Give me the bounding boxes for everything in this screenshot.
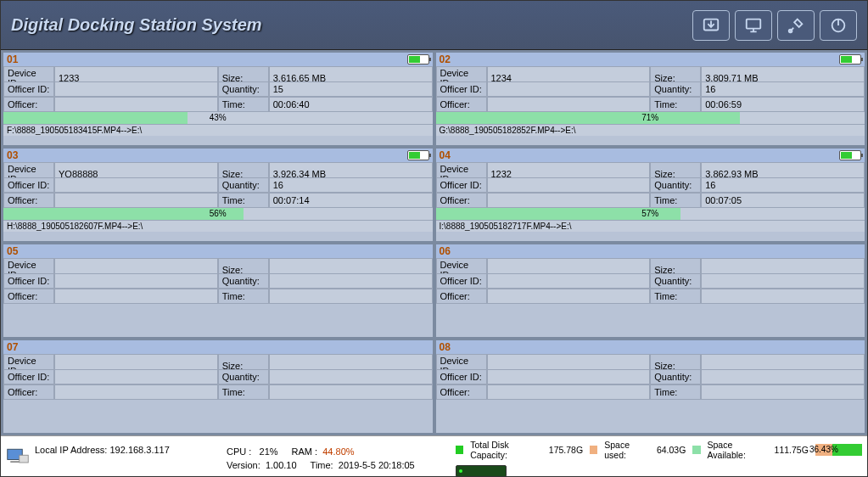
download-icon bbox=[702, 16, 720, 35]
slot-number: 04 bbox=[440, 149, 451, 161]
cpu-value: 21% bbox=[260, 446, 278, 457]
ip-value: 192.168.3.117 bbox=[109, 445, 169, 455]
ram-label: RAM : bbox=[292, 446, 318, 457]
device-slot-08[interactable]: 08 Device ID: Size: Officer ID: Quantity… bbox=[435, 340, 866, 434]
app-window: Digital Docking Station System 01 Device… bbox=[0, 0, 868, 477]
battery-icon bbox=[839, 54, 861, 65]
device-slot-01[interactable]: 01 Device ID:1233 Size:3,616.65 MB Offic… bbox=[3, 52, 434, 146]
device-slot-06[interactable]: 06 Device ID: Size: Officer ID: Quantity… bbox=[435, 244, 866, 338]
officer-id-value bbox=[54, 273, 218, 289]
slot-number: 06 bbox=[440, 245, 451, 257]
quantity-value bbox=[701, 369, 865, 384]
transfer-progress: 43% bbox=[3, 112, 433, 124]
time-value bbox=[701, 384, 865, 400]
slot-header: 05 bbox=[3, 244, 433, 258]
device-slot-07[interactable]: 07 Device ID: Size: Officer ID: Quantity… bbox=[3, 340, 434, 434]
officer-value bbox=[54, 97, 218, 112]
officer-value bbox=[487, 97, 651, 112]
slot-header: 08 bbox=[436, 340, 865, 354]
battery-icon bbox=[839, 150, 861, 160]
slot-body: Device ID: Size: Officer ID: Quantity: O… bbox=[436, 354, 865, 433]
officer-value bbox=[54, 384, 218, 400]
time-value: 00:07:14 bbox=[269, 193, 433, 208]
slot-number: 02 bbox=[440, 53, 451, 65]
time-label: Time: bbox=[218, 384, 269, 400]
officer-id-label: Officer ID: bbox=[3, 273, 54, 289]
progress-text: 57% bbox=[641, 208, 658, 220]
officer-label: Officer: bbox=[3, 289, 54, 304]
power-button[interactable] bbox=[820, 10, 857, 41]
disk-total-value: 175.78G bbox=[549, 445, 583, 455]
officer-id-value bbox=[54, 177, 218, 193]
transfer-progress: 71% bbox=[436, 112, 865, 124]
officer-label: Officer: bbox=[436, 193, 487, 208]
slot-number: 05 bbox=[7, 245, 18, 257]
officer-label: Officer: bbox=[3, 97, 54, 112]
progress-text: 71% bbox=[641, 112, 658, 124]
device-slot-05[interactable]: 05 Device ID: Size: Officer ID: Quantity… bbox=[3, 244, 434, 338]
title-bar: Digital Docking Station System bbox=[1, 1, 867, 50]
current-file: F:\8888_190505183415F.MP4-->E:\ bbox=[3, 124, 433, 136]
officer-id-value bbox=[487, 177, 651, 193]
quantity-value bbox=[269, 273, 433, 289]
disk-total-label: Total Disk Capacity: bbox=[470, 440, 542, 460]
battery-icon bbox=[407, 54, 429, 65]
quantity-label: Quantity: bbox=[218, 369, 269, 384]
version-label: Version: bbox=[227, 460, 260, 470]
computer-icon bbox=[6, 445, 30, 469]
officer-id-label: Officer ID: bbox=[3, 177, 54, 193]
monitor-button[interactable] bbox=[735, 10, 772, 41]
disk-summary: Total Disk Capacity: 175.78G Space used:… bbox=[456, 440, 862, 460]
device-slot-03[interactable]: 03 Device ID:YQ88888 Size:3,926.34 MB Of… bbox=[3, 148, 434, 242]
slot-body: Device ID:YQ88888 Size:3,926.34 MB Offic… bbox=[3, 162, 433, 241]
settings-button[interactable] bbox=[777, 10, 815, 41]
cpu-label: CPU : bbox=[227, 446, 251, 457]
quantity-label: Quantity: bbox=[650, 369, 701, 384]
slot-body: Device ID: Size: Officer ID: Quantity: O… bbox=[3, 258, 433, 337]
svg-rect-5 bbox=[10, 461, 20, 463]
time-label: Time: bbox=[650, 193, 701, 208]
version-value: 1.00.10 bbox=[266, 460, 297, 470]
officer-value bbox=[54, 289, 218, 304]
quantity-label: Quantity: bbox=[218, 273, 269, 289]
officer-value bbox=[487, 289, 651, 304]
download-button[interactable] bbox=[692, 10, 730, 41]
time-value: 00:06:40 bbox=[269, 97, 433, 112]
progress-text: 56% bbox=[210, 208, 227, 220]
officer-value bbox=[487, 384, 651, 400]
slot-number: 03 bbox=[7, 149, 18, 161]
officer-id-value bbox=[487, 369, 651, 384]
officer-id-label: Officer ID: bbox=[436, 177, 487, 193]
svg-rect-1 bbox=[747, 19, 761, 28]
slot-header: 04 bbox=[436, 149, 865, 162]
officer-id-label: Officer ID: bbox=[3, 81, 54, 97]
activity-led-icon bbox=[456, 465, 507, 477]
officer-id-value bbox=[54, 369, 218, 384]
quantity-value: 16 bbox=[701, 177, 865, 193]
ip-label: Local IP Address: bbox=[35, 445, 107, 455]
time-value: 2019-5-5 20:18:05 bbox=[339, 460, 415, 470]
time-label: Time: bbox=[650, 97, 701, 112]
transfer-progress: 56% bbox=[3, 208, 433, 220]
disk-usage-bar: 36.43% bbox=[815, 444, 862, 456]
quantity-label: Quantity: bbox=[218, 81, 269, 97]
slot-body: Device ID: Size: Officer ID: Quantity: O… bbox=[3, 354, 433, 433]
time-value bbox=[269, 384, 433, 400]
device-slot-04[interactable]: 04 Device ID:1232 Size:3,862.93 MB Offic… bbox=[435, 148, 866, 242]
slot-header: 07 bbox=[3, 340, 433, 354]
disk-pct: 36.43% bbox=[809, 445, 838, 454]
officer-id-label: Officer ID: bbox=[3, 369, 54, 384]
officer-value bbox=[54, 193, 218, 208]
officer-id-label: Officer ID: bbox=[436, 369, 487, 384]
current-file: I:\8888_190505182717F.MP4-->E:\ bbox=[436, 220, 865, 232]
tools-icon bbox=[787, 16, 805, 35]
time-value: 00:07:05 bbox=[701, 193, 865, 208]
app-title: Digital Docking Station System bbox=[11, 15, 262, 35]
slot-body: Device ID:1234 Size:3,809.71 MB Officer … bbox=[436, 66, 865, 145]
disk-used-value: 64.03G bbox=[657, 445, 686, 455]
slot-body: Device ID: Size: Officer ID: Quantity: O… bbox=[436, 258, 865, 337]
device-slot-02[interactable]: 02 Device ID:1234 Size:3,809.71 MB Offic… bbox=[435, 52, 866, 146]
officer-label: Officer: bbox=[436, 97, 487, 112]
officer-id-value bbox=[54, 81, 218, 97]
battery-icon bbox=[407, 150, 429, 160]
